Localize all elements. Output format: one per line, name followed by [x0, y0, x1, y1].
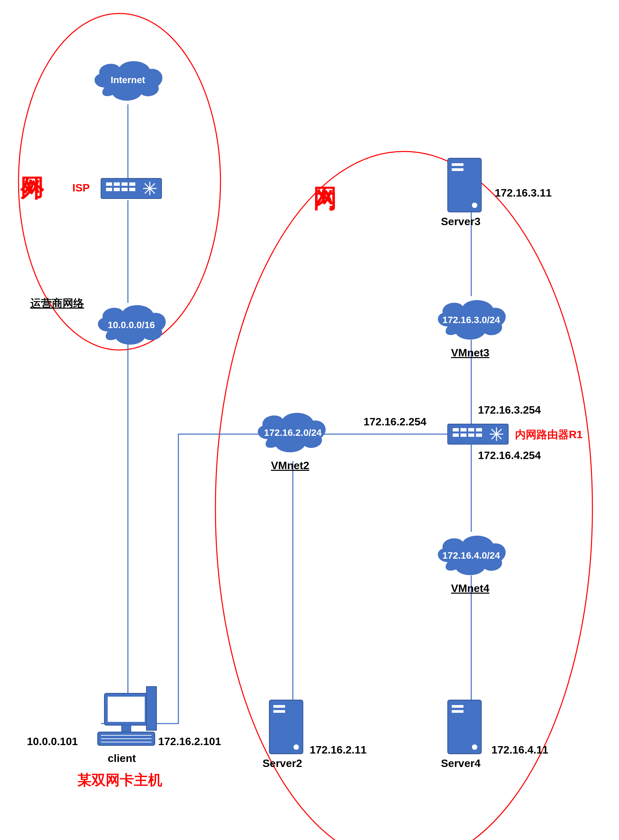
svg-rect-12 [114, 188, 120, 191]
svg-rect-25 [461, 433, 466, 437]
vmnet3-label: VMnet3 [451, 347, 489, 359]
vmnet2-subnet: 172.16.2.0/24 [263, 427, 323, 438]
server2-label: Server2 [263, 757, 302, 770]
client-label: client [108, 752, 136, 765]
isp-label: ISP [72, 182, 90, 194]
dual-nic-annotation: 某双网卡主机 [78, 771, 162, 789]
svg-rect-36 [147, 686, 157, 730]
vmnet4-label: VMnet4 [451, 582, 489, 595]
server3-label: Server3 [441, 215, 480, 228]
vmnet2-label: VMnet2 [271, 459, 310, 472]
server3-ip: 172.16.3.11 [495, 187, 552, 199]
svg-rect-43 [273, 705, 285, 708]
svg-point-53 [472, 744, 477, 750]
vmnet4-subnet: 172.16.4.0/24 [441, 550, 501, 561]
server4-ip: 172.16.4.11 [492, 744, 548, 756]
svg-rect-23 [461, 428, 466, 432]
router-r1-label: 内网路由器R1 [515, 427, 583, 442]
svg-rect-16 [129, 188, 135, 191]
svg-rect-29 [476, 433, 482, 437]
isp-router-icon [101, 178, 161, 199]
svg-rect-28 [468, 433, 474, 437]
diagram-canvas: 外网 内网 Internet ISP 运营商网络 10.0.0.0/16 172… [0, 0, 619, 840]
svg-point-49 [472, 203, 477, 208]
svg-rect-11 [106, 188, 112, 191]
svg-rect-51 [452, 705, 464, 708]
vmnet3-subnet: 172.16.3.0/24 [441, 315, 501, 326]
router-r1-ip-vmnet3: 172.16.3.254 [478, 404, 541, 416]
svg-rect-48 [452, 168, 464, 171]
svg-rect-10 [114, 182, 120, 186]
svg-rect-14 [129, 182, 135, 186]
svg-rect-35 [108, 697, 145, 722]
svg-rect-44 [273, 710, 285, 713]
internet-label: Internet [104, 75, 151, 85]
client-ip-int: 172.16.2.101 [158, 735, 221, 748]
isp-network-subnet: 10.0.0.0/16 [104, 320, 158, 330]
isp-network-label: 运营商网络 [30, 296, 84, 311]
svg-rect-27 [476, 428, 482, 432]
router-r1-ip-vmnet4: 172.16.4.254 [478, 449, 541, 462]
svg-rect-24 [453, 433, 459, 437]
router-r1-icon [448, 424, 508, 444]
svg-point-45 [293, 744, 299, 750]
client-ip-ext: 10.0.0.101 [27, 735, 78, 748]
svg-rect-26 [468, 428, 474, 432]
svg-rect-52 [452, 710, 464, 713]
client-icon [98, 686, 157, 746]
server2-icon [269, 700, 303, 754]
server3-icon [448, 158, 481, 212]
svg-rect-15 [121, 188, 127, 191]
svg-rect-22 [453, 428, 459, 432]
svg-rect-37 [121, 725, 131, 732]
svg-rect-47 [452, 163, 464, 166]
server4-icon [448, 700, 481, 754]
svg-rect-13 [121, 182, 127, 186]
diagram-svg [0, 0, 619, 840]
svg-rect-9 [106, 182, 112, 186]
server4-label: Server4 [441, 757, 480, 770]
server2-ip: 172.16.2.11 [310, 744, 366, 756]
router-r1-ip-vmnet2: 172.16.2.254 [363, 416, 426, 428]
